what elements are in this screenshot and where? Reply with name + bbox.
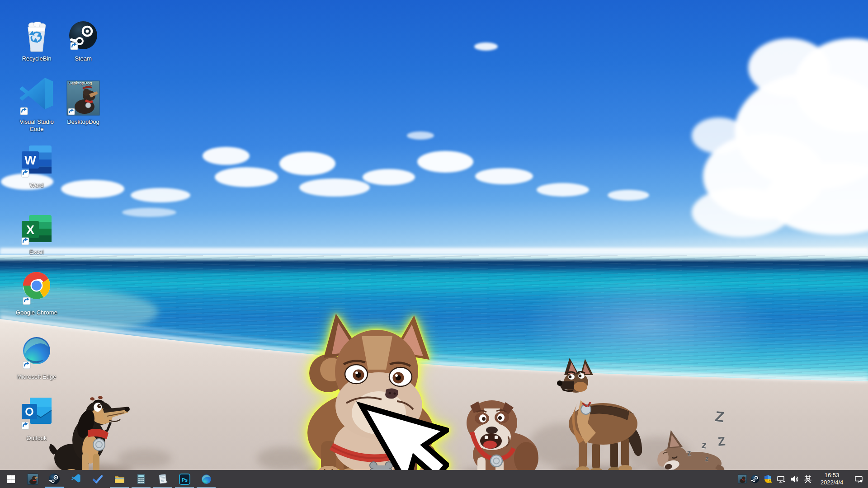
desktop-wallpaper: RecycleBin Steam — [0, 0, 868, 488]
steam-icon — [68, 19, 99, 53]
excel-letter: X — [26, 223, 34, 237]
desktop-icon-steam[interactable]: Steam — [61, 19, 105, 62]
clock-time: 16:53 — [825, 472, 840, 479]
taskbar-vscode-button[interactable] — [65, 470, 87, 488]
taskbar-steam-button[interactable] — [43, 470, 65, 488]
desktopdog-photo-icon — [738, 474, 747, 483]
calculator-icon — [136, 474, 146, 484]
desktopdog-thumbnail: DesktopDog — [66, 80, 100, 117]
taskbar-notepad-button[interactable] — [152, 470, 174, 488]
desktopdog-photo-icon — [27, 474, 38, 485]
photoshop-icon: Ps — [179, 474, 190, 485]
icon-label: Google Chrome — [16, 309, 57, 316]
vscode-icon — [17, 74, 57, 117]
notepad-icon — [157, 474, 168, 484]
taskbar-todo-button[interactable] — [87, 470, 108, 488]
photoshop-badge: Ps — [181, 477, 187, 482]
thumbnail-caption: DesktopDog — [68, 80, 92, 85]
sleep-z: z — [705, 455, 709, 462]
edge-icon — [201, 474, 212, 485]
tray-desktopdog-button[interactable] — [736, 470, 749, 488]
pet-bulldog[interactable] — [460, 390, 539, 479]
file-explorer-icon — [114, 474, 125, 485]
pet-corgi-selected[interactable] — [293, 310, 449, 478]
taskbar-clock[interactable]: 16:53 2022/4/4 — [815, 470, 849, 488]
taskbar-explorer-button[interactable] — [108, 470, 130, 488]
chrome-icon — [20, 269, 53, 307]
icon-label: Outlook — [27, 435, 47, 442]
clock-date: 2022/4/4 — [821, 479, 844, 486]
desktop-icon-word[interactable]: W Word — [15, 144, 58, 189]
taskbar: Ps — [0, 470, 868, 488]
icon-label: Microsoft Edge — [17, 373, 57, 380]
todo-checkmark-icon — [92, 474, 103, 484]
tray-steam-button[interactable] — [749, 470, 761, 488]
outlook-letter: O — [25, 405, 33, 418]
icon-label: Word — [30, 182, 44, 189]
excel-icon: X — [20, 214, 53, 247]
word-icon: W — [20, 144, 53, 180]
vscode-icon — [71, 474, 81, 484]
network-icon — [777, 475, 785, 483]
start-button[interactable] — [0, 470, 22, 488]
ime-ying-glyph — [804, 475, 812, 483]
clouds — [1, 42, 649, 217]
taskbar-calculator-button[interactable] — [130, 470, 152, 488]
edge-icon — [20, 335, 53, 371]
action-center-icon — [854, 475, 863, 483]
icon-label: Steam — [75, 55, 92, 62]
security-shield-icon — [764, 475, 772, 483]
pet-german-shepherd[interactable] — [552, 355, 645, 476]
sleep-z: Z — [717, 434, 726, 449]
steam-icon — [750, 474, 760, 483]
icon-label: DesktopDog — [67, 118, 99, 126]
action-center-button[interactable] — [849, 470, 868, 488]
windows-logo-icon — [7, 475, 15, 483]
desktop-icon-chrome[interactable]: Google Chrome — [15, 269, 58, 316]
system-tray: 英 16:53 2022/4/4 — [736, 470, 868, 488]
icon-label: RecycleBin — [22, 55, 51, 62]
desktop-icon-desktopdog[interactable]: DesktopDog DesktopDog — [61, 80, 105, 126]
desktop-icon-excel[interactable]: X Excel — [15, 214, 58, 256]
icon-label: Excel — [29, 249, 44, 256]
taskbar-photoshop-button[interactable]: Ps — [174, 470, 195, 488]
tray-network-button[interactable] — [774, 470, 788, 488]
desktop-icon-recyclebin[interactable]: RecycleBin — [15, 19, 58, 62]
big-cloud — [692, 38, 868, 237]
tray-volume-button[interactable] — [788, 470, 801, 488]
word-letter: W — [24, 154, 36, 167]
pet-dachshund[interactable] — [44, 387, 130, 478]
recyclebin-icon — [22, 19, 51, 53]
taskbar-desktopdog-button[interactable] — [22, 470, 43, 488]
desktop-icon-edge[interactable]: Microsoft Edge — [15, 335, 58, 380]
desktop-icon-vscode[interactable]: Visual Studio Code — [15, 74, 58, 133]
volume-icon — [790, 475, 799, 483]
tray-security-button[interactable] — [761, 470, 774, 488]
steam-icon — [48, 473, 60, 485]
tray-ime-indicator[interactable]: 英 — [801, 470, 815, 488]
icon-label: Visual Studio Code — [16, 118, 57, 133]
sleep-z: Z — [714, 408, 725, 426]
taskbar-edge-button[interactable] — [195, 470, 217, 488]
